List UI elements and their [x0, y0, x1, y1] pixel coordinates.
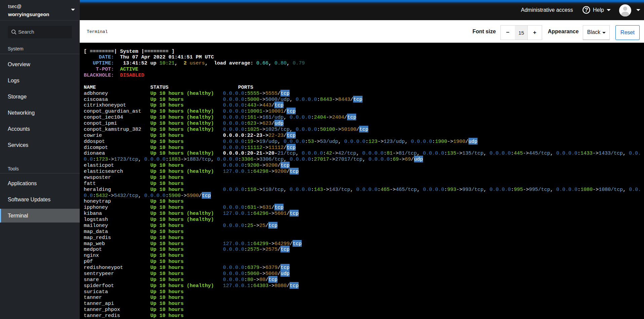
svg-text:?: ? [584, 7, 588, 13]
